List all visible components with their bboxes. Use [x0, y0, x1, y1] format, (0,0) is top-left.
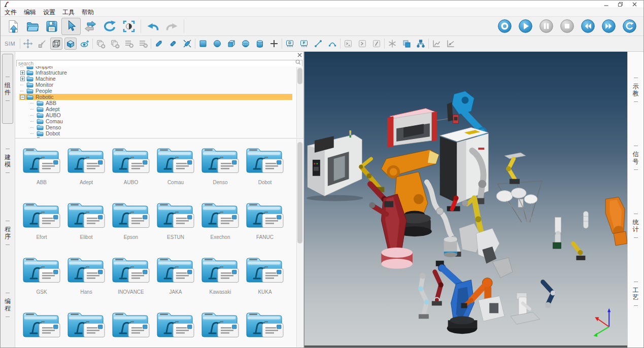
folder-item-exechon[interactable]: Exechon	[198, 195, 243, 250]
folder-item-aubo[interactable]: AUBO	[109, 141, 153, 195]
restore-button[interactable]	[613, 1, 627, 8]
folder-item-dobot[interactable]: Dobot	[243, 141, 287, 195]
tab-programming[interactable]: 编程	[2, 270, 13, 340]
primitive-circle-icon[interactable]	[211, 38, 223, 50]
pause-button[interactable]	[539, 19, 553, 33]
tree-item-denso[interactable]: Denso	[19, 124, 292, 130]
add-origin-icon[interactable]	[268, 38, 280, 50]
chart-2-icon[interactable]	[445, 38, 457, 50]
primitive-plane-icon[interactable]	[197, 38, 209, 50]
panel-close-icon[interactable]	[297, 53, 302, 57]
jog-linear-icon[interactable]	[167, 38, 179, 50]
folder-item[interactable]	[109, 305, 153, 347]
add-to-list-icon[interactable]	[123, 38, 135, 50]
select-tool-button[interactable]	[61, 18, 81, 35]
folder-item-adept[interactable]: Adept	[64, 141, 109, 195]
folder-item[interactable]	[198, 305, 243, 347]
step-forward-button[interactable]	[602, 19, 616, 33]
folder-item-kuka[interactable]: KUKA	[243, 250, 287, 305]
minimize-button[interactable]	[599, 1, 613, 8]
digital-chip-icon[interactable]: D	[284, 38, 296, 50]
viewport-3d[interactable]	[304, 52, 627, 347]
tree-item-infrastructure[interactable]: Infrastructure	[19, 69, 292, 76]
new-camera-view-icon[interactable]	[79, 38, 91, 50]
chart-1-icon[interactable]	[430, 38, 443, 50]
folder-item-jaka[interactable]: JAKA	[153, 250, 198, 305]
tab-component[interactable]: 组件	[2, 54, 13, 124]
robot-model-white-capsule[interactable]	[583, 211, 588, 228]
folder-item-kawasaki[interactable]: Kawasaki	[198, 250, 243, 305]
tab-modeling[interactable]: 建模	[2, 126, 13, 196]
rotate-tool-button[interactable]	[100, 18, 119, 35]
redo-button[interactable]	[162, 18, 182, 35]
folder-item-estun[interactable]: ESTUN	[153, 195, 198, 250]
tree-item-dobot[interactable]: Dobot	[19, 130, 292, 136]
jog-joint-icon[interactable]	[153, 38, 165, 50]
folder-item[interactable]	[64, 305, 109, 347]
folder-item-fanuc[interactable]: FANUC	[243, 195, 287, 250]
collapse-icon[interactable]	[20, 95, 25, 99]
folder-item-elibot[interactable]: Elibot	[64, 195, 109, 250]
grid-scrollbar[interactable]	[296, 139, 303, 347]
tree-item-machine[interactable]: Machine	[19, 76, 292, 82]
tree-item-aubo[interactable]: AUBO	[19, 112, 292, 118]
group-icon[interactable]	[400, 38, 413, 50]
folder-item-gsk[interactable]: GSK	[19, 250, 64, 305]
grid-scrollbar-thumb[interactable]	[297, 142, 302, 243]
expand-icon[interactable]	[20, 71, 25, 75]
wireframe-view-icon[interactable]	[50, 38, 62, 50]
tree-item-abb[interactable]: ABB	[19, 100, 292, 106]
translate-tool-button[interactable]	[81, 18, 100, 35]
kinematics-icon[interactable]	[386, 38, 398, 50]
open-button[interactable]	[23, 18, 42, 35]
reset-button[interactable]	[623, 19, 636, 33]
folder-item-efort[interactable]: Efort	[19, 195, 64, 250]
draw-arc-icon[interactable]	[326, 38, 338, 50]
tree-item-monitor[interactable]: Monitor	[19, 82, 292, 88]
menu-item[interactable]: 设置	[43, 8, 55, 17]
tree-item-people[interactable]: People	[19, 88, 292, 94]
tab-process[interactable]: 工艺	[630, 264, 641, 324]
tree-item-adept[interactable]: Adept	[19, 106, 292, 112]
primitive-sphere-icon[interactable]	[240, 38, 252, 50]
folder-item[interactable]	[19, 305, 64, 347]
step-back-button[interactable]	[581, 19, 595, 33]
expand-icon[interactable]	[20, 77, 25, 81]
folder-item[interactable]	[153, 305, 198, 347]
center-view-button[interactable]	[119, 18, 139, 35]
play-button[interactable]	[519, 19, 532, 33]
console-1-icon[interactable]	[342, 38, 354, 50]
folder-item-epson[interactable]: Epson	[109, 195, 153, 250]
console-2-icon[interactable]	[356, 38, 368, 50]
viewport-scene[interactable]	[304, 52, 627, 347]
tab-program[interactable]: 程序	[2, 198, 13, 268]
draw-line-icon[interactable]	[312, 38, 324, 50]
tree-scrollbar[interactable]	[296, 67, 303, 137]
remove-component-icon[interactable]	[109, 38, 121, 50]
menu-item[interactable]: 帮助	[82, 8, 94, 17]
primitive-cylinder-icon[interactable]	[254, 38, 266, 50]
jog-free-icon[interactable]	[181, 38, 193, 50]
hierarchy-icon[interactable]	[415, 38, 427, 50]
folder-item[interactable]	[243, 305, 287, 347]
folder-item-comau[interactable]: Comau	[153, 141, 198, 195]
tree-item-robotic[interactable]: Robotic	[19, 94, 292, 100]
shaded-view-icon[interactable]	[64, 38, 77, 50]
tree-scrollbar-thumb[interactable]	[297, 68, 302, 84]
folder-item-denso[interactable]: Denso	[198, 141, 243, 195]
undo-button[interactable]	[143, 18, 162, 35]
record-button[interactable]	[498, 19, 512, 33]
menu-item[interactable]: 工具	[62, 8, 75, 17]
function-chip-icon[interactable]: F	[298, 38, 310, 50]
stop-button[interactable]	[560, 19, 574, 33]
add-component-icon[interactable]	[94, 38, 107, 50]
folder-item-abb[interactable]: ABB	[19, 141, 64, 195]
new-file-button[interactable]	[4, 18, 23, 35]
save-button[interactable]	[42, 18, 61, 35]
close-button[interactable]	[627, 1, 641, 8]
attach-gizmo-icon[interactable]	[22, 38, 34, 50]
folder-item-hans[interactable]: Hans	[64, 250, 109, 305]
folder-item-inovance[interactable]: INOVANCE	[109, 250, 153, 305]
menu-item[interactable]: 文件	[5, 8, 17, 17]
snap-icon[interactable]	[36, 38, 48, 50]
